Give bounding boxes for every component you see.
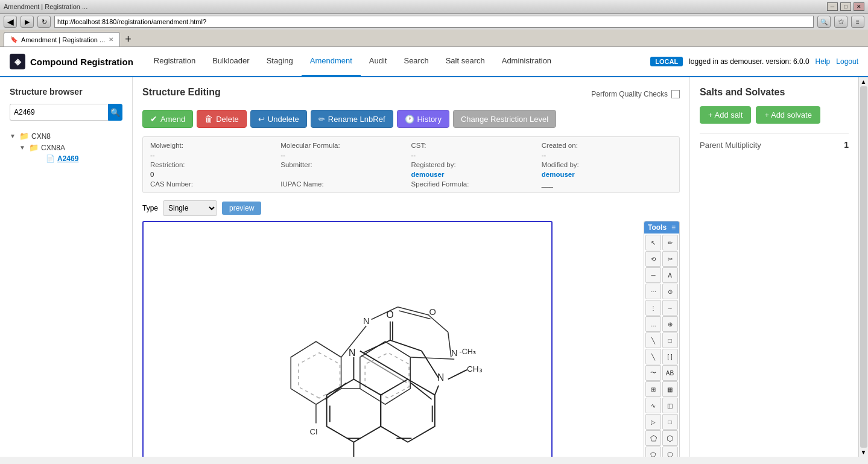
tool-image[interactable]: ◫ bbox=[662, 398, 678, 413]
tool-select[interactable]: ↖ bbox=[645, 235, 661, 250]
scrollbar-down[interactable]: ▼ bbox=[861, 449, 867, 457]
molecular-formula-value: -- bbox=[280, 151, 411, 159]
nav-item-audit[interactable]: Audit bbox=[361, 46, 396, 77]
history-button[interactable]: 🕐 History bbox=[397, 110, 449, 128]
tool-erase[interactable]: ✏ bbox=[662, 235, 678, 250]
quality-check-row: Perform Quality Checks bbox=[591, 90, 680, 98]
star-button[interactable]: ☆ bbox=[834, 16, 847, 28]
tool-table[interactable]: ▦ bbox=[662, 381, 678, 397]
search-button[interactable]: 🔍 bbox=[108, 104, 122, 121]
modified-by-value: demouser bbox=[542, 171, 672, 178]
right-scrollbar[interactable]: ▲ ▼ bbox=[858, 77, 868, 457]
tool-rotate[interactable]: ⟲ bbox=[645, 251, 661, 267]
tool-plus[interactable]: ⊕ bbox=[662, 316, 678, 332]
nav-item-bulkloader[interactable]: Bulkloader bbox=[204, 46, 258, 77]
undelete-button[interactable]: ↩ Undelete bbox=[250, 110, 307, 128]
address-input[interactable] bbox=[54, 16, 814, 28]
tools-expand-icon[interactable]: ≡ bbox=[671, 223, 676, 232]
tool-dotted[interactable]: ⋯ bbox=[645, 284, 661, 299]
back-button[interactable]: ◀ bbox=[4, 16, 17, 28]
change-restriction-button[interactable]: Change Restriction Level bbox=[453, 110, 556, 128]
tool-play[interactable]: ▷ bbox=[645, 414, 661, 430]
delete-button[interactable]: 🗑 Delete bbox=[197, 110, 247, 128]
tree-item-root[interactable]: ▼ 📁 CXN8 bbox=[10, 130, 122, 142]
svg-marker-22 bbox=[381, 380, 435, 442]
new-tab-button[interactable]: + bbox=[121, 33, 135, 46]
search-input[interactable] bbox=[10, 104, 108, 121]
tool-line[interactable]: ╲ bbox=[645, 332, 661, 348]
tab-close-icon[interactable]: ✕ bbox=[109, 36, 113, 43]
tool-hexagon[interactable]: ⬡ bbox=[662, 430, 678, 446]
svg-text:-CH₃: -CH₃ bbox=[459, 348, 475, 356]
tool-ab[interactable]: AB bbox=[662, 365, 678, 381]
go-button[interactable]: 🔍 bbox=[817, 16, 831, 28]
maximize-button[interactable]: □ bbox=[840, 2, 851, 11]
nav-item-registration[interactable]: Registration bbox=[145, 46, 204, 77]
svg-text:N: N bbox=[437, 372, 444, 383]
tool-dotted2[interactable]: … bbox=[645, 316, 661, 332]
tool-square[interactable]: □ bbox=[662, 414, 678, 430]
structure-editor-container: N O N bbox=[142, 221, 680, 457]
quality-check-checkbox[interactable] bbox=[671, 90, 680, 98]
help-link[interactable]: Help bbox=[816, 57, 831, 66]
tool-text[interactable]: A bbox=[662, 267, 678, 283]
tab-amendment[interactable]: 🔖 Amendment | Registration ... ✕ bbox=[4, 32, 120, 46]
sidebar: Structure browser 🔍 ▼ 📁 CXN8 ▼ 📁 CXN8A bbox=[0, 77, 133, 457]
scrollbar-thumb[interactable] bbox=[860, 86, 867, 448]
structure-canvas[interactable]: N O N bbox=[142, 221, 553, 457]
svg-line-35 bbox=[422, 351, 439, 378]
rename-lnbref-button[interactable]: ✏ Rename LnbRef bbox=[311, 110, 393, 128]
restriction-value: 0 bbox=[150, 171, 280, 178]
tool-bond[interactable]: ─ bbox=[645, 267, 661, 283]
svg-line-37 bbox=[448, 370, 467, 380]
tool-hexagon2[interactable]: ⬡ bbox=[662, 447, 678, 457]
svg-line-30 bbox=[363, 340, 390, 353]
forward-button[interactable]: ▶ bbox=[21, 16, 34, 28]
tools-grid: ↖ ✏ ⟲ ✂ ─ A ⋯ ⊙ ⋮ → bbox=[644, 234, 679, 457]
nav-item-staging[interactable]: Staging bbox=[258, 46, 302, 77]
tool-rect[interactable]: □ bbox=[662, 332, 678, 348]
tool-atom[interactable]: ⊙ bbox=[662, 284, 678, 299]
tree-item-child[interactable]: ▼ 📁 CXN8A bbox=[19, 142, 122, 153]
tool-arrow[interactable]: → bbox=[662, 300, 678, 316]
nav-item-amendment[interactable]: Amendment bbox=[302, 46, 361, 77]
close-button[interactable]: ✕ bbox=[854, 2, 864, 11]
tool-curve[interactable]: ∿ bbox=[645, 398, 661, 413]
submitter-value bbox=[280, 171, 411, 178]
tool-grid[interactable]: ⊞ bbox=[645, 381, 661, 397]
nav-item-search[interactable]: Search bbox=[395, 46, 437, 77]
tree-toggle-child[interactable]: ▼ bbox=[19, 144, 27, 151]
cas-label: CAS Number: bbox=[150, 180, 280, 188]
nav-item-salt-search[interactable]: Salt search bbox=[437, 46, 493, 77]
menu-button[interactable]: ≡ bbox=[851, 16, 864, 28]
nav-item-administration[interactable]: Administration bbox=[493, 46, 560, 77]
molweight-label: Molweight: bbox=[150, 142, 280, 149]
tree-children-root: ▼ 📁 CXN8A 📄 A2469 bbox=[10, 142, 122, 164]
tool-pentagon2[interactable]: ⬠ bbox=[645, 447, 661, 457]
svg-text:CH₃: CH₃ bbox=[467, 364, 483, 373]
tool-pentagon[interactable]: ⬠ bbox=[645, 430, 661, 446]
tree-item-leaf[interactable]: 📄 A2469 bbox=[36, 153, 122, 164]
amend-button[interactable]: ✔ Amend bbox=[142, 110, 193, 128]
preview-button[interactable]: preview bbox=[222, 202, 261, 215]
add-salt-button[interactable]: + Add salt bbox=[700, 106, 751, 124]
right-panel-title: Salts and Solvates bbox=[700, 87, 849, 98]
tree-toggle-root[interactable]: ▼ bbox=[10, 133, 17, 139]
tab-bar: 🔖 Amendment | Registration ... ✕ + bbox=[0, 30, 868, 46]
logout-link[interactable]: Logout bbox=[836, 57, 858, 66]
scrollbar-up[interactable]: ▲ bbox=[861, 77, 867, 85]
type-select[interactable]: Single Mixture Unknown bbox=[163, 200, 217, 216]
refresh-button[interactable]: ↻ bbox=[37, 16, 51, 28]
tool-bracket[interactable]: [ ] bbox=[662, 349, 678, 364]
svg-line-10 bbox=[428, 315, 448, 332]
tool-wave[interactable]: 〜 bbox=[645, 365, 661, 381]
tool-wedge[interactable]: ╲ bbox=[645, 349, 661, 364]
minimize-button[interactable]: ─ bbox=[827, 2, 838, 11]
add-solvate-button[interactable]: + Add solvate bbox=[756, 106, 820, 124]
tool-chain[interactable]: ⋮ bbox=[645, 300, 661, 316]
type-row: Type Single Mixture Unknown preview bbox=[142, 200, 680, 216]
tool-cut[interactable]: ✂ bbox=[662, 251, 678, 267]
nav-items: Registration Bulkloader Staging Amendmen… bbox=[145, 46, 560, 77]
nav-right: LOCAL logged in as demouser. version: 6.… bbox=[650, 57, 858, 66]
tree-children-child: 📄 A2469 bbox=[19, 153, 122, 164]
